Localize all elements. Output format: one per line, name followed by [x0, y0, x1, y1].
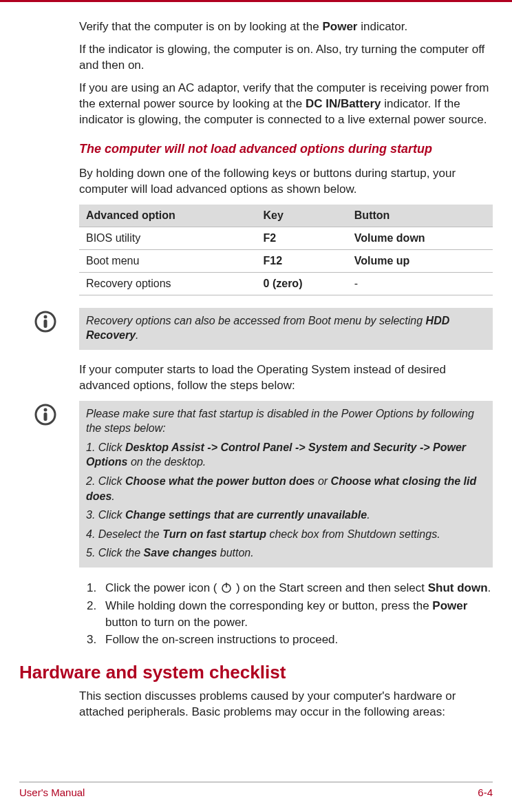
- section-heading-startup: The computer will not load advanced opti…: [79, 142, 493, 156]
- bold-text: Shut down: [428, 581, 488, 594]
- text: .: [111, 490, 114, 502]
- text: indicator.: [357, 20, 407, 33]
- numbered-steps: Click the power icon ( ) on the Start sc…: [79, 580, 493, 648]
- text: 4. Deselect the: [86, 528, 162, 540]
- td-button: Volume down: [348, 227, 493, 249]
- td-key: F12: [257, 249, 348, 272]
- table-row: Recovery options 0 (zero) -: [79, 272, 493, 295]
- text: check box from Shutdown settings.: [266, 528, 440, 540]
- note-step: 5. Click the Save changes button.: [86, 545, 486, 561]
- text: .: [488, 581, 491, 594]
- table-row: BIOS utility F2 Volume down: [79, 227, 493, 249]
- paragraph-3: If you are using an AC adaptor, verify t…: [79, 81, 493, 128]
- td-button: Volume up: [348, 249, 493, 272]
- paragraph-4: By holding down one of the following key…: [79, 166, 493, 198]
- text: on the desktop.: [127, 456, 206, 468]
- svg-point-4: [44, 408, 47, 411]
- info-icon: [34, 404, 56, 426]
- text: 5. Click the: [86, 547, 144, 559]
- top-red-bar: [0, 0, 512, 2]
- text: .: [367, 509, 370, 521]
- td-option: Recovery options: [79, 272, 257, 295]
- bold-text: Save changes: [144, 547, 217, 559]
- note-step: 2. Click Choose what the power button do…: [86, 474, 486, 503]
- footer-left: User's Manual: [19, 787, 85, 798]
- th-option: Advanced option: [79, 205, 257, 227]
- list-item: While holding down the corresponding key…: [100, 598, 493, 631]
- page-content: Verify that the computer is on by lookin…: [0, 0, 512, 720]
- text: button to turn on the power.: [105, 616, 248, 629]
- bold-text: Power: [432, 599, 467, 612]
- svg-rect-2: [44, 320, 47, 328]
- td-key: 0 (zero): [257, 272, 348, 295]
- text: 1. Click: [86, 441, 125, 453]
- list-item: Follow the on-screen instructions to pro…: [100, 632, 493, 648]
- list-item: Click the power icon ( ) on the Start sc…: [100, 580, 493, 596]
- text: Recovery options can also be accessed fr…: [86, 315, 426, 326]
- text: While holding down the corresponding key…: [105, 599, 432, 612]
- table-header-row: Advanced option Key Button: [79, 205, 493, 227]
- note-text: Recovery options can also be accessed fr…: [86, 313, 486, 343]
- info-icon: [34, 311, 56, 333]
- text: Click the power icon (: [105, 581, 220, 594]
- bold-text: Power: [322, 20, 357, 33]
- bold-text: DC IN/Battery: [306, 97, 381, 110]
- note-step: 3. Click Change settings that are curren…: [86, 508, 486, 523]
- svg-rect-5: [44, 413, 47, 421]
- bold-text: Choose what the power button does: [125, 475, 315, 487]
- td-button: -: [348, 272, 493, 295]
- note-step: 4. Deselect the Turn on fast startup che…: [86, 527, 486, 542]
- td-option: BIOS utility: [79, 227, 257, 249]
- note-block-1: Recovery options can also be accessed fr…: [34, 308, 493, 350]
- th-button: Button: [348, 205, 493, 227]
- paragraph-2: If the indicator is glowing, the compute…: [79, 42, 493, 74]
- note-block-2: Please make sure that fast startup is di…: [34, 401, 493, 568]
- footer-right: 6-4: [478, 787, 493, 798]
- page-footer: User's Manual 6-4: [19, 782, 493, 798]
- hardware-checklist-heading: Hardware and system checklist: [19, 662, 493, 683]
- svg-point-1: [44, 315, 47, 318]
- note-body: Please make sure that fast startup is di…: [79, 401, 493, 568]
- power-icon: [220, 581, 233, 594]
- note-body: Recovery options can also be accessed fr…: [79, 308, 493, 350]
- text: 2. Click: [86, 475, 125, 487]
- advanced-options-table: Advanced option Key Button BIOS utility …: [79, 205, 493, 295]
- paragraph-5: If your computer starts to load the Oper…: [79, 362, 493, 394]
- text: ) on the Start screen and then select: [233, 581, 428, 594]
- td-option: Boot menu: [79, 249, 257, 272]
- td-key: F2: [257, 227, 348, 249]
- bold-text: Change settings that are currently unava…: [125, 509, 367, 521]
- paragraph-6: This section discusses problems caused b…: [79, 689, 493, 720]
- paragraph-1: Verify that the computer is on by lookin…: [79, 19, 493, 35]
- text: .: [136, 329, 138, 341]
- text: Verify that the computer is on by lookin…: [79, 20, 322, 33]
- note-step: 1. Click Desktop Assist -> Control Panel…: [86, 440, 486, 470]
- bold-text: Turn on fast startup: [162, 528, 266, 540]
- text: or: [314, 475, 330, 487]
- text: button.: [217, 547, 253, 559]
- note-line: Please make sure that fast startup is di…: [86, 406, 486, 436]
- text: 3. Click: [86, 509, 125, 521]
- th-key: Key: [257, 205, 348, 227]
- table-row: Boot menu F12 Volume up: [79, 249, 493, 272]
